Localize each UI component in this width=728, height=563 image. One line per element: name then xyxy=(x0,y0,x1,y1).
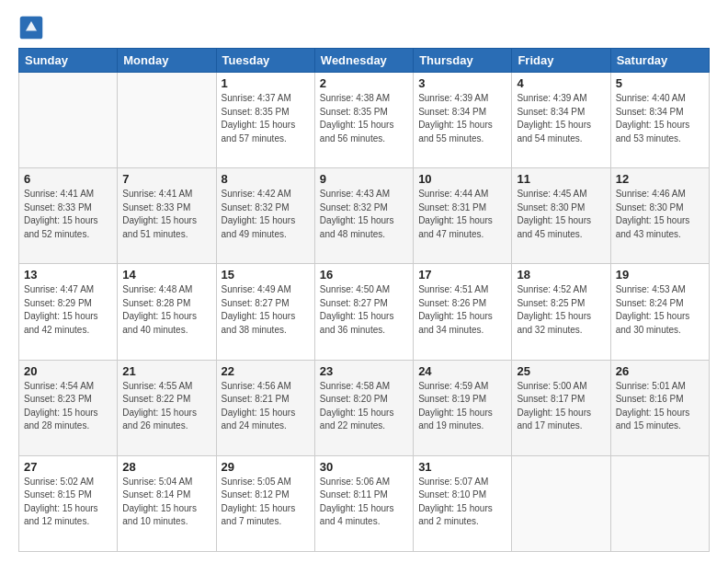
day-info: Sunrise: 4:48 AM Sunset: 8:28 PM Dayligh… xyxy=(122,283,210,337)
calendar-cell: 2Sunrise: 4:38 AM Sunset: 8:35 PM Daylig… xyxy=(314,73,413,168)
calendar-cell: 6Sunrise: 4:41 AM Sunset: 8:33 PM Daylig… xyxy=(19,168,118,264)
weekday-header-saturday: Saturday xyxy=(610,49,709,73)
day-number: 11 xyxy=(517,172,605,186)
day-number: 8 xyxy=(222,172,310,186)
calendar-cell xyxy=(610,455,709,551)
calendar-cell: 27Sunrise: 5:02 AM Sunset: 8:15 PM Dayli… xyxy=(19,455,118,551)
calendar-week-row: 13Sunrise: 4:47 AM Sunset: 8:29 PM Dayli… xyxy=(19,264,710,360)
day-number: 30 xyxy=(320,460,408,474)
weekday-header-monday: Monday xyxy=(118,49,216,73)
day-info: Sunrise: 4:54 AM Sunset: 8:23 PM Dayligh… xyxy=(24,380,112,433)
calendar-cell: 5Sunrise: 4:40 AM Sunset: 8:34 PM Daylig… xyxy=(610,73,709,168)
day-info: Sunrise: 4:56 AM Sunset: 8:21 PM Dayligh… xyxy=(222,380,310,433)
day-number: 12 xyxy=(616,172,704,186)
calendar-cell: 24Sunrise: 4:59 AM Sunset: 8:19 PM Dayli… xyxy=(414,360,512,455)
calendar-cell: 22Sunrise: 4:56 AM Sunset: 8:21 PM Dayli… xyxy=(216,360,314,455)
calendar-cell: 4Sunrise: 4:39 AM Sunset: 8:34 PM Daylig… xyxy=(512,73,610,168)
day-info: Sunrise: 4:59 AM Sunset: 8:19 PM Dayligh… xyxy=(418,380,506,433)
calendar-table: SundayMondayTuesdayWednesdayThursdayFrid… xyxy=(18,48,710,552)
day-info: Sunrise: 4:52 AM Sunset: 8:25 PM Dayligh… xyxy=(517,283,605,337)
day-info: Sunrise: 4:42 AM Sunset: 8:32 PM Dayligh… xyxy=(222,188,310,241)
calendar-cell: 15Sunrise: 4:49 AM Sunset: 8:27 PM Dayli… xyxy=(216,264,314,360)
calendar-cell xyxy=(512,455,610,551)
day-info: Sunrise: 4:45 AM Sunset: 8:30 PM Dayligh… xyxy=(517,188,605,241)
day-info: Sunrise: 4:47 AM Sunset: 8:29 PM Dayligh… xyxy=(24,283,112,337)
day-number: 26 xyxy=(616,364,704,378)
day-info: Sunrise: 4:49 AM Sunset: 8:27 PM Dayligh… xyxy=(222,283,310,337)
calendar-cell: 7Sunrise: 4:41 AM Sunset: 8:33 PM Daylig… xyxy=(118,168,216,264)
day-number: 5 xyxy=(616,76,704,90)
day-info: Sunrise: 4:53 AM Sunset: 8:24 PM Dayligh… xyxy=(616,283,704,337)
day-number: 10 xyxy=(418,172,506,186)
day-info: Sunrise: 4:38 AM Sunset: 8:35 PM Dayligh… xyxy=(320,92,408,145)
day-number: 17 xyxy=(418,268,506,282)
weekday-header-friday: Friday xyxy=(512,49,610,73)
day-info: Sunrise: 4:43 AM Sunset: 8:32 PM Dayligh… xyxy=(320,188,408,241)
day-number: 28 xyxy=(122,460,210,474)
day-number: 15 xyxy=(222,268,310,282)
weekday-header-thursday: Thursday xyxy=(414,49,512,73)
calendar-cell: 18Sunrise: 4:52 AM Sunset: 8:25 PM Dayli… xyxy=(512,264,610,360)
day-info: Sunrise: 4:41 AM Sunset: 8:33 PM Dayligh… xyxy=(24,188,112,241)
calendar-cell: 16Sunrise: 4:50 AM Sunset: 8:27 PM Dayli… xyxy=(314,264,413,360)
weekday-header-row: SundayMondayTuesdayWednesdayThursdayFrid… xyxy=(19,49,710,73)
day-info: Sunrise: 4:51 AM Sunset: 8:26 PM Dayligh… xyxy=(418,283,506,337)
calendar-cell: 1Sunrise: 4:37 AM Sunset: 8:35 PM Daylig… xyxy=(216,73,314,168)
day-number: 3 xyxy=(418,76,506,90)
day-info: Sunrise: 5:01 AM Sunset: 8:16 PM Dayligh… xyxy=(616,380,704,433)
day-info: Sunrise: 4:41 AM Sunset: 8:33 PM Dayligh… xyxy=(122,188,210,241)
day-info: Sunrise: 4:58 AM Sunset: 8:20 PM Dayligh… xyxy=(320,380,408,433)
day-info: Sunrise: 4:39 AM Sunset: 8:34 PM Dayligh… xyxy=(418,92,506,145)
calendar-cell: 28Sunrise: 5:04 AM Sunset: 8:14 PM Dayli… xyxy=(118,455,216,551)
calendar-cell: 10Sunrise: 4:44 AM Sunset: 8:31 PM Dayli… xyxy=(414,168,512,264)
day-info: Sunrise: 5:06 AM Sunset: 8:11 PM Dayligh… xyxy=(320,476,408,529)
day-info: Sunrise: 5:00 AM Sunset: 8:17 PM Dayligh… xyxy=(517,380,605,433)
day-info: Sunrise: 5:02 AM Sunset: 8:15 PM Dayligh… xyxy=(24,476,112,529)
calendar-cell: 14Sunrise: 4:48 AM Sunset: 8:28 PM Dayli… xyxy=(118,264,216,360)
day-number: 13 xyxy=(24,268,112,282)
calendar-cell: 8Sunrise: 4:42 AM Sunset: 8:32 PM Daylig… xyxy=(216,168,314,264)
header xyxy=(18,15,710,40)
day-number: 4 xyxy=(517,76,605,90)
day-info: Sunrise: 5:04 AM Sunset: 8:14 PM Dayligh… xyxy=(122,476,210,529)
day-number: 22 xyxy=(222,364,310,378)
calendar-cell: 20Sunrise: 4:54 AM Sunset: 8:23 PM Dayli… xyxy=(19,360,118,455)
day-number: 23 xyxy=(320,364,408,378)
calendar-cell: 19Sunrise: 4:53 AM Sunset: 8:24 PM Dayli… xyxy=(610,264,709,360)
calendar-cell: 23Sunrise: 4:58 AM Sunset: 8:20 PM Dayli… xyxy=(314,360,413,455)
calendar-cell xyxy=(19,73,118,168)
day-number: 14 xyxy=(122,268,210,282)
day-number: 6 xyxy=(24,172,112,186)
weekday-header-sunday: Sunday xyxy=(19,49,118,73)
svg-rect-2 xyxy=(25,31,38,34)
day-info: Sunrise: 4:37 AM Sunset: 8:35 PM Dayligh… xyxy=(222,92,310,145)
day-number: 9 xyxy=(320,172,408,186)
day-number: 18 xyxy=(517,268,605,282)
day-info: Sunrise: 4:55 AM Sunset: 8:22 PM Dayligh… xyxy=(122,380,210,433)
day-number: 21 xyxy=(122,364,210,378)
day-info: Sunrise: 4:46 AM Sunset: 8:30 PM Dayligh… xyxy=(616,188,704,241)
calendar-cell: 13Sunrise: 4:47 AM Sunset: 8:29 PM Dayli… xyxy=(19,264,118,360)
day-number: 19 xyxy=(616,268,704,282)
day-number: 31 xyxy=(418,460,506,474)
calendar-week-row: 20Sunrise: 4:54 AM Sunset: 8:23 PM Dayli… xyxy=(19,360,710,455)
day-number: 24 xyxy=(418,364,506,378)
weekday-header-tuesday: Tuesday xyxy=(216,49,314,73)
calendar-cell: 11Sunrise: 4:45 AM Sunset: 8:30 PM Dayli… xyxy=(512,168,610,264)
day-number: 20 xyxy=(24,364,112,378)
calendar-week-row: 27Sunrise: 5:02 AM Sunset: 8:15 PM Dayli… xyxy=(19,455,710,551)
calendar-cell: 25Sunrise: 5:00 AM Sunset: 8:17 PM Dayli… xyxy=(512,360,610,455)
calendar-cell: 26Sunrise: 5:01 AM Sunset: 8:16 PM Dayli… xyxy=(610,360,709,455)
day-info: Sunrise: 4:50 AM Sunset: 8:27 PM Dayligh… xyxy=(320,283,408,337)
calendar-week-row: 1Sunrise: 4:37 AM Sunset: 8:35 PM Daylig… xyxy=(19,73,710,168)
page: SundayMondayTuesdayWednesdayThursdayFrid… xyxy=(0,0,728,563)
calendar-cell xyxy=(118,73,216,168)
calendar-cell: 31Sunrise: 5:07 AM Sunset: 8:10 PM Dayli… xyxy=(414,455,512,551)
day-info: Sunrise: 4:44 AM Sunset: 8:31 PM Dayligh… xyxy=(418,188,506,241)
calendar-cell: 12Sunrise: 4:46 AM Sunset: 8:30 PM Dayli… xyxy=(610,168,709,264)
day-number: 29 xyxy=(222,460,310,474)
weekday-header-wednesday: Wednesday xyxy=(314,49,413,73)
day-number: 25 xyxy=(517,364,605,378)
logo xyxy=(18,15,48,40)
day-info: Sunrise: 5:05 AM Sunset: 8:12 PM Dayligh… xyxy=(222,476,310,529)
